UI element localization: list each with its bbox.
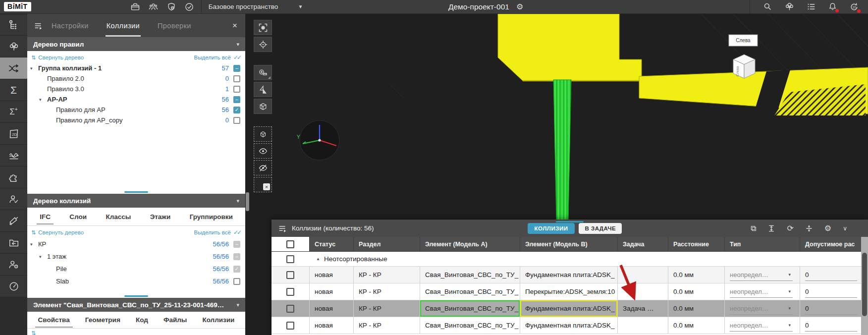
allowed-distance-input[interactable]: 0 (805, 286, 857, 298)
column-header-5[interactable]: Задача (617, 237, 668, 251)
tab-properties[interactable]: Свойства (37, 313, 71, 327)
checkbox[interactable]: – (233, 241, 240, 248)
table-menu-icon[interactable] (278, 224, 287, 232)
close-icon[interactable]: × (232, 21, 237, 31)
type-dropdown[interactable]: неопредел…▾ (730, 320, 793, 332)
tree-item[interactable]: Правило для АР56✓ (27, 105, 245, 115)
tab-geometry[interactable]: Геометрия (84, 313, 121, 327)
allowed-distance-input[interactable]: 0 (805, 320, 857, 332)
row-checkbox[interactable] (286, 271, 294, 279)
checkbox[interactable] (233, 75, 240, 82)
rail-staff-button[interactable] (0, 254, 27, 276)
tab-groupings[interactable]: Группировки (189, 210, 234, 223)
column-header-1[interactable]: Статус (309, 237, 353, 251)
rail-dashboard-button[interactable] (0, 276, 27, 297)
collision-row[interactable]: новаяКР - КРСвая_Винтовая_СВС_по_ТУ_Пере… (271, 283, 868, 300)
checkbox[interactable]: ✓ (233, 107, 240, 113)
project-settings-gear-icon[interactable]: ⚙ (516, 3, 523, 11)
element-section-header[interactable]: Элемент "Свая_Винтовая_СВС_по_ТУ_25-11-2… (27, 298, 245, 312)
check-circle-icon[interactable] (184, 2, 194, 12)
tree-item[interactable]: ▾1 этаж56/56– (27, 250, 245, 263)
rail-approvals-button[interactable] (0, 188, 27, 210)
hide-selected-button[interactable] (254, 160, 272, 175)
tab-collisions-sub[interactable]: Коллизии (201, 313, 235, 327)
rail-export-button[interactable] (0, 232, 27, 254)
rail-collisions-button[interactable] (0, 57, 27, 79)
type-dropdown[interactable]: неопредел…▾ (730, 269, 793, 281)
navigation-gizmo[interactable]: Y (297, 120, 339, 160)
tab-classes[interactable]: Классы (105, 210, 132, 223)
collapse-panel-chevron-icon[interactable]: ∨ (843, 225, 847, 231)
checkbox[interactable] (233, 278, 240, 285)
rail-totals-add-button[interactable]: Σ+ (0, 101, 27, 123)
panel-resize-handle[interactable] (27, 294, 245, 298)
checkbox[interactable]: – (233, 253, 240, 260)
select-all-checkbox[interactable] (286, 240, 294, 248)
collision-row[interactable]: новаяКР - КРСвая_Винтовая_СВС_по_ТУ_Фунд… (271, 267, 868, 283)
rail-construction-button[interactable] (0, 210, 27, 232)
tab-settings[interactable]: Настройки (51, 14, 90, 37)
select-all-button[interactable]: Выделить всё✓✓ (194, 229, 240, 236)
column-header-7[interactable]: Тип (724, 237, 800, 251)
panel-menu-icon[interactable] (34, 22, 43, 30)
tree-item[interactable]: ▾Группа коллизий - 157– (27, 63, 245, 73)
row-checkbox[interactable] (286, 305, 294, 313)
sync-icon[interactable]: 10 (849, 2, 859, 12)
show-selected-button[interactable] (254, 143, 272, 159)
collapse-tree-button[interactable]: ⇅Свернуть дерево (31, 229, 84, 236)
group-row[interactable]: ▲Неотсортированные (271, 252, 868, 267)
group-checkbox[interactable] (286, 255, 294, 263)
model-tree-icon[interactable] (784, 1, 795, 12)
caret-down-icon[interactable]: ▾ (30, 242, 38, 247)
slab-model-yellow[interactable] (498, 14, 868, 115)
panel-resize-handle[interactable] (27, 190, 245, 194)
locate-button[interactable] (254, 37, 272, 52)
expand-rows-icon[interactable] (767, 224, 775, 232)
table-scrollbar[interactable] (861, 237, 868, 335)
rail-model-structure-button[interactable] (0, 14, 27, 36)
tree-item[interactable]: Правило для АР_copy0 (27, 115, 245, 125)
rail-plugins-button[interactable] (0, 167, 27, 188)
checkbox[interactable]: – (233, 65, 240, 72)
tree-item[interactable]: ▾КР56/56– (27, 238, 245, 250)
caret-down-icon[interactable]: ▾ (39, 97, 47, 102)
pile-model-green[interactable] (553, 80, 571, 222)
selection-cube-button[interactable] (254, 126, 272, 142)
measure-button[interactable] (254, 65, 272, 80)
search-icon[interactable] (763, 2, 772, 11)
collisions-toggle-button[interactable]: КОЛЛИЗИИ (528, 223, 575, 234)
column-header-2[interactable]: Раздел (353, 237, 420, 251)
column-header-6[interactable]: Расстояние (668, 237, 724, 251)
tab-code[interactable]: Код (135, 313, 149, 327)
tree-item[interactable]: Slab56/56 (27, 275, 245, 287)
tab-files[interactable]: Файлы (163, 313, 188, 327)
column-header-8[interactable]: Допустимое рас (800, 237, 868, 251)
checkbox[interactable]: – (233, 96, 240, 103)
briefcase-icon[interactable] (130, 2, 140, 12)
rail-2d-view-button[interactable]: 2D (0, 123, 27, 145)
in-task-toggle-button[interactable]: В ЗАДАЧЕ (579, 223, 622, 234)
tab-floors[interactable]: Этажи (149, 210, 172, 223)
collision-row[interactable]: новаяКР - КРСвая_Винтовая_СВС_по_ТУ_Фунд… (271, 317, 868, 334)
tree-item[interactable]: Pile56/56✓ (27, 263, 245, 275)
table-settings-gear-icon[interactable]: ⚙ (824, 224, 831, 232)
allowed-distance-input[interactable]: 0 (805, 303, 857, 315)
rail-scenes-button[interactable] (0, 36, 27, 57)
workspace-selector[interactable]: Базовое пространство ▼ (209, 3, 303, 10)
allowed-distance-input[interactable]: 0 (805, 269, 857, 281)
tab-collisions[interactable]: Коллизии (106, 14, 141, 37)
tree-item[interactable]: Правило 3.01 (27, 84, 245, 94)
checkbox[interactable] (233, 86, 240, 93)
team-icon[interactable] (148, 2, 159, 12)
table-scrollbar-thumb[interactable] (862, 253, 867, 316)
refresh-icon[interactable]: ⟳ (787, 224, 793, 232)
tab-checks[interactable]: Проверки (157, 14, 192, 37)
checkbox[interactable]: ✓ (233, 266, 240, 273)
column-header-3[interactable]: Элемент (Модель A) (420, 237, 520, 251)
caret-down-icon[interactable]: ▾ (30, 66, 38, 71)
tab-ifc[interactable]: IFC (39, 210, 52, 223)
row-checkbox[interactable] (286, 288, 294, 296)
copy-icon[interactable]: ⧉ (751, 224, 756, 232)
list-icon[interactable] (807, 2, 816, 11)
shield-clock-icon[interactable] (166, 2, 176, 12)
